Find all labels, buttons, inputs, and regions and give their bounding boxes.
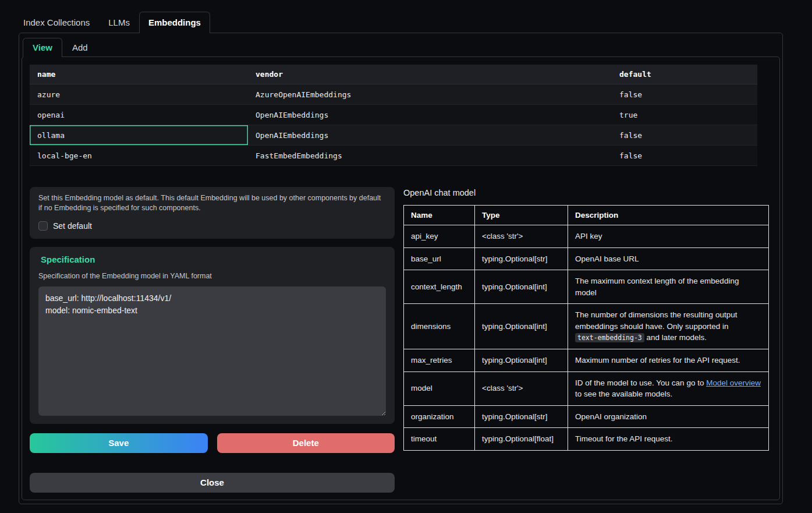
model-info-row: dimensionstyping.Optional[int]The number… [404,304,769,349]
close-button[interactable]: Close [30,473,395,493]
embeddings-table-row: openaiOpenAIEmbeddingstrue [30,105,757,125]
embeddings-cell-vendor[interactable]: OpenAIEmbeddings [248,125,612,146]
info-header-name: Name [404,206,475,225]
embeddings-table-body: azureAzureOpenAIEmbeddingsfalseopenaiOpe… [30,84,757,166]
model-info-header-row: Name Type Description [404,206,769,225]
embeddings-table-row: ollamaOpenAIEmbeddingsfalse [30,125,757,146]
model-info-row: base_urltyping.Optional[str]OpenAI base … [404,247,769,270]
tab-embeddings[interactable]: Embeddings [139,12,210,33]
param-type: typing.Optional[int] [475,349,568,372]
specification-caption: Specification of the Embedding model in … [38,271,386,281]
tab-index-collections[interactable]: Index Collections [14,12,99,33]
param-description: ID of the model to use. You can go to Mo… [568,372,769,405]
param-type: typing.Optional[int] [475,270,568,304]
main-tab-bar: Index Collections LLMs Embeddings [14,12,783,33]
specification-input[interactable]: base_url: http://localhost:11434/v1/ mod… [38,286,386,416]
embeddings-cell-name[interactable]: local-bge-en [30,146,248,166]
model-info-table: Name Type Description api_key<class 'str… [403,205,769,451]
app-root: Index Collections LLMs Embeddings View A… [0,0,812,504]
param-description: OpenAI base URL [568,247,769,270]
delete-button[interactable]: Delete [217,433,395,453]
param-description: The number of dimensions the resulting o… [568,304,769,349]
param-name: base_url [404,247,475,270]
model-info-row: organizationtyping.Optional[str]OpenAI o… [404,405,769,428]
embeddings-cell-vendor[interactable]: AzureOpenAIEmbeddings [248,84,612,105]
view-tab-panel: name vendor default azureAzureOpenAIEmbe… [22,56,780,500]
param-description: OpenAI organization [568,405,769,428]
model-info-row: max_retriestyping.Optional[int]Maximum n… [404,349,769,372]
inline-code: text-embedding-3 [575,333,644,342]
embeddings-cell-default[interactable]: false [612,125,757,146]
detail-area: Set this Embedding model as default. Thi… [30,187,772,493]
model-info-title: OpenAI chat model [403,188,769,197]
param-description: Timeout for the API request. [568,428,769,451]
embeddings-cell-name[interactable]: ollama [30,125,248,146]
column-header-name: name [30,65,248,84]
param-name: context_length [404,270,475,304]
specification-block: Specification Specification of the Embed… [30,247,395,424]
param-name: timeout [404,428,475,451]
info-header-type: Type [475,206,568,225]
sub-tab-bar: View Add [22,38,780,57]
column-header-default: default [612,65,757,84]
param-type: <class 'str'> [475,372,568,405]
model-overview-link[interactable]: Model overview [706,378,761,387]
specification-heading: Specification [41,254,384,264]
param-type: typing.Optional[str] [475,405,568,428]
param-name: organization [404,405,475,428]
embeddings-cell-vendor[interactable]: OpenAIEmbeddings [248,105,612,125]
info-header-description: Description [568,206,769,225]
embeddings-cell-default[interactable]: false [612,146,757,166]
model-info-body: api_key<class 'str'>API keybase_urltypin… [404,225,769,451]
param-name: max_retries [404,349,475,372]
model-info-panel: OpenAI chat model Name Type Description … [403,187,769,451]
embeddings-cell-default[interactable]: true [612,105,757,125]
param-name: api_key [404,225,475,248]
embeddings-cell-name[interactable]: azure [30,84,248,105]
param-description: Maximum number of retries for the API re… [568,349,769,372]
column-header-vendor: vendor [248,65,612,84]
tab-view[interactable]: View [23,38,62,57]
param-type: typing.Optional[int] [475,304,568,349]
tab-llms[interactable]: LLMs [99,12,139,33]
embedding-edit-panel: Set this Embedding model as default. Thi… [30,187,395,493]
embeddings-cell-default[interactable]: false [612,84,757,105]
param-type: <class 'str'> [475,225,568,248]
set-default-label: Set default [53,221,92,231]
embeddings-table-header-row: name vendor default [30,65,757,84]
action-buttons: Save Delete [30,433,395,453]
default-setting-block: Set this Embedding model as default. Thi… [30,187,395,239]
model-info-row: timeouttyping.Optional[float]Timeout for… [404,428,769,451]
embeddings-table-row: local-bge-enFastEmbedEmbeddingsfalse [30,146,757,166]
default-description: Set this Embedding model as default. Thi… [38,193,386,214]
model-info-row: model<class 'str'>ID of the model to use… [404,372,769,405]
embeddings-table: name vendor default azureAzureOpenAIEmbe… [30,65,757,166]
embeddings-tab-panel: View Add name vendor default azureAzureO… [19,33,783,504]
embeddings-cell-vendor[interactable]: FastEmbedEmbeddings [248,146,612,166]
param-name: model [404,372,475,405]
param-description: API key [568,225,769,248]
set-default-checkbox[interactable] [38,221,48,231]
param-description: The maximum context length of the embedd… [568,270,769,304]
tab-add[interactable]: Add [62,38,98,57]
embeddings-table-row: azureAzureOpenAIEmbeddingsfalse [30,84,757,105]
param-name: dimensions [404,304,475,349]
embeddings-cell-name[interactable]: openai [30,105,248,125]
model-info-row: api_key<class 'str'>API key [404,225,769,248]
param-type: typing.Optional[float] [475,428,568,451]
model-info-row: context_lengthtyping.Optional[int]The ma… [404,270,769,304]
set-default-row[interactable]: Set default [38,221,386,231]
save-button[interactable]: Save [30,433,208,453]
param-type: typing.Optional[str] [475,247,568,270]
